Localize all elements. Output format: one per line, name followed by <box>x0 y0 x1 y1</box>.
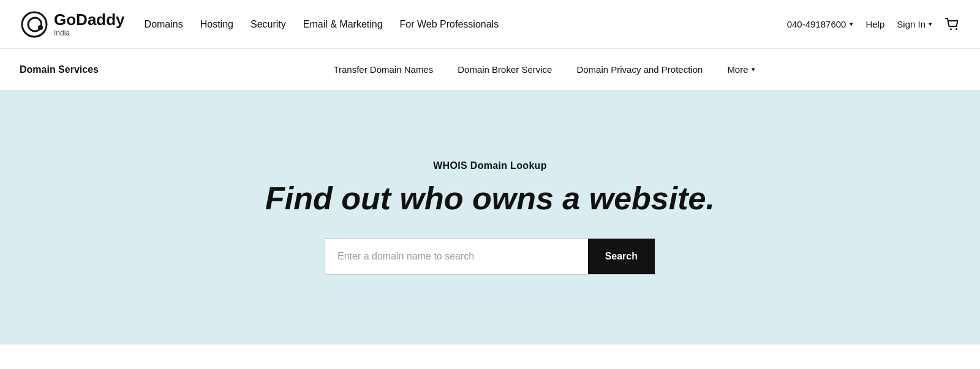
more-button[interactable]: More ▾ <box>727 64 755 75</box>
svg-point-3 <box>956 28 957 30</box>
domain-search-input[interactable] <box>325 239 588 274</box>
signin-button[interactable]: Sign In ▾ <box>897 19 932 29</box>
nav-hosting[interactable]: Hosting <box>200 19 233 30</box>
hero-section: WHOIS Domain Lookup Find out who owns a … <box>0 91 980 345</box>
help-link[interactable]: Help <box>865 19 884 29</box>
secondary-navigation: Domain Services Transfer Domain Names Do… <box>0 49 980 91</box>
more-label: More <box>727 64 748 75</box>
phone-chevron-down-icon: ▾ <box>850 20 853 28</box>
signin-chevron-down-icon: ▾ <box>929 20 932 28</box>
svg-point-2 <box>950 28 952 30</box>
domain-services-label: Domain Services <box>20 64 99 75</box>
hero-title: Find out who owns a website. <box>265 181 715 216</box>
phone-number: 040-49187600 <box>787 19 846 29</box>
godaddy-logo-icon <box>20 10 49 39</box>
transfer-domain-names-link[interactable]: Transfer Domain Names <box>333 64 433 75</box>
main-nav: Domains Hosting Security Email & Marketi… <box>145 19 787 30</box>
nav-for-web-professionals[interactable]: For Web Professionals <box>400 19 499 30</box>
search-bar: Search <box>325 238 655 275</box>
svg-point-0 <box>22 12 47 37</box>
domain-privacy-protection-link[interactable]: Domain Privacy and Protection <box>576 64 703 75</box>
more-chevron-down-icon: ▾ <box>752 65 755 73</box>
right-nav: 040-49187600 ▾ Help Sign In ▾ <box>787 17 960 32</box>
search-button[interactable]: Search <box>588 239 655 274</box>
domain-broker-service-link[interactable]: Domain Broker Service <box>458 64 552 75</box>
hero-subtitle: WHOIS Domain Lookup <box>433 160 547 171</box>
phone-button[interactable]: 040-49187600 ▾ <box>787 19 854 29</box>
cart-icon <box>944 17 960 32</box>
logo[interactable]: GoDaddy India <box>20 10 125 39</box>
signin-label: Sign In <box>897 19 925 29</box>
svg-point-1 <box>38 25 43 30</box>
nav-security[interactable]: Security <box>251 19 286 30</box>
top-navigation: GoDaddy India Domains Hosting Security E… <box>0 0 980 49</box>
logo-text: GoDaddy India <box>54 12 125 37</box>
nav-email-marketing[interactable]: Email & Marketing <box>303 19 383 30</box>
logo-region: India <box>54 29 70 37</box>
logo-name: GoDaddy <box>54 12 125 28</box>
nav-domains[interactable]: Domains <box>145 19 183 30</box>
cart-button[interactable] <box>944 17 960 32</box>
secondary-nav-links: Transfer Domain Names Domain Broker Serv… <box>128 64 960 75</box>
